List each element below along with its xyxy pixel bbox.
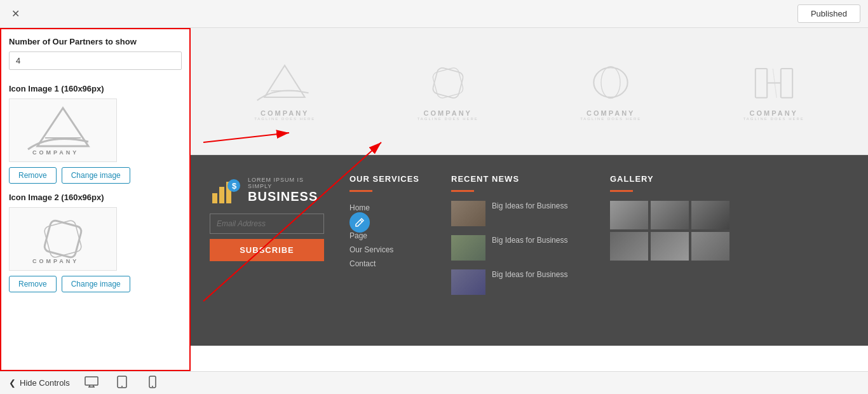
edit-icon-circle[interactable] bbox=[349, 212, 370, 233]
svg-rect-10 bbox=[431, 66, 464, 98]
bottom-bar: ❮ Hide Controls bbox=[0, 371, 868, 394]
partner1-name: COMPANY bbox=[261, 109, 309, 117]
news-item-3: Big Ideas for Business bbox=[451, 269, 591, 295]
svg-text:$: $ bbox=[232, 181, 237, 191]
chevron-left-icon: ❮ bbox=[9, 378, 16, 388]
news-item-1: Big Ideas for Business bbox=[451, 201, 591, 226]
svg-point-34 bbox=[152, 386, 153, 387]
close-button[interactable]: ✕ bbox=[8, 6, 23, 22]
icon1-remove-button[interactable]: Remove bbox=[9, 167, 57, 184]
tablet-device-button[interactable] bbox=[113, 374, 131, 392]
partner-logo-3: COMPANY TAGLINE DOES HERE bbox=[579, 62, 642, 121]
svg-point-32 bbox=[121, 386, 123, 387]
partner2-name: COMPANY bbox=[424, 109, 472, 117]
news-thumb-1 bbox=[451, 201, 485, 226]
gallery-cell-3[interactable] bbox=[691, 201, 729, 229]
footer-brand-col: $ LOREM IPSUM IS SIMPLY BUSINESS SUBSCRI… bbox=[210, 174, 337, 327]
desktop-icon bbox=[85, 376, 98, 388]
news-thumb-2 bbox=[451, 235, 485, 261]
partners-count-label: Number of Our Partners to show bbox=[9, 37, 182, 46]
gallery-cell-6[interactable] bbox=[691, 232, 729, 261]
service-contact[interactable]: Contact bbox=[349, 257, 426, 271]
partner1-svg bbox=[253, 62, 316, 107]
partner4-name: COMPANY bbox=[750, 109, 798, 117]
svg-rect-14 bbox=[756, 69, 767, 98]
subscribe-button[interactable]: SUBSCRIBE bbox=[210, 239, 324, 261]
svg-rect-15 bbox=[781, 69, 792, 98]
icon2-change-button[interactable]: Change image bbox=[62, 276, 130, 292]
icon1-change-button[interactable]: Change image bbox=[62, 167, 130, 184]
news-title-3[interactable]: Big Ideas for Business bbox=[492, 269, 567, 280]
news-title: RECENT NEWS bbox=[451, 174, 591, 184]
partner1-tagline: TAGLINE DOES HERE bbox=[254, 117, 315, 121]
partner2-svg bbox=[416, 62, 480, 107]
news-title-2[interactable]: Big Ideas for Business bbox=[492, 235, 567, 246]
gallery-cell-5[interactable] bbox=[651, 232, 689, 261]
partner4-svg bbox=[742, 62, 806, 107]
services-divider bbox=[349, 190, 372, 192]
partners-section: COMPANY TAGLINE DOES HERE COMPANY TAGLIN… bbox=[191, 28, 868, 155]
svg-rect-4 bbox=[43, 219, 82, 258]
svg-point-13 bbox=[601, 66, 620, 98]
brand-icon-svg: $ bbox=[210, 174, 241, 206]
left-panel: Number of Our Partners to show Icon Imag… bbox=[0, 28, 191, 371]
icon1-preview: COMPANY TAGLINE DOES HERE bbox=[9, 98, 117, 162]
brand-text: LOREM IPSUM IS SIMPLY BUSINESS bbox=[248, 177, 324, 204]
services-list: Home Blog Page Our Services Contact bbox=[349, 201, 426, 271]
partner3-svg bbox=[579, 62, 642, 107]
hide-controls-button[interactable]: ❮ Hide Controls bbox=[9, 378, 70, 388]
services-title: OUR SERVICES bbox=[349, 174, 426, 184]
news-item-2: Big Ideas for Business bbox=[451, 235, 591, 261]
mobile-icon bbox=[149, 376, 156, 388]
svg-rect-18 bbox=[212, 193, 217, 203]
tablet-icon bbox=[117, 376, 127, 388]
service-our-services[interactable]: Our Services bbox=[349, 243, 426, 257]
footer-news-col: RECENT NEWS Big Ideas for Business Big I… bbox=[438, 174, 604, 327]
mobile-device-button[interactable] bbox=[144, 374, 161, 392]
footer-services-col: OUR SERVICES Home Blog Page Our Services… bbox=[337, 174, 438, 327]
svg-rect-27 bbox=[85, 377, 98, 385]
gallery-cell-2[interactable] bbox=[651, 201, 689, 229]
gallery-title: Gallery bbox=[610, 174, 843, 184]
brand-business-text: BUSINESS bbox=[248, 189, 324, 204]
partner-logo-4: COMPANY TAGLINE DOES HERE bbox=[742, 62, 806, 121]
gallery-divider bbox=[610, 190, 633, 192]
svg-line-26 bbox=[360, 220, 362, 222]
partner2-tagline: TAGLINE DOES HERE bbox=[417, 117, 478, 121]
footer-section: $ LOREM IPSUM IS SIMPLY BUSINESS SUBSCRI… bbox=[191, 155, 868, 346]
desktop-device-button[interactable] bbox=[83, 374, 100, 392]
icon2-preview: COMPANY TAGLINE DOES HERE bbox=[9, 207, 117, 271]
gallery-grid bbox=[610, 201, 843, 261]
published-button[interactable]: Published bbox=[797, 4, 860, 23]
main-layout: Number of Our Partners to show Icon Imag… bbox=[0, 28, 868, 371]
partner3-tagline: TAGLINE DOES HERE bbox=[580, 117, 641, 121]
hide-controls-label: Hide Controls bbox=[20, 378, 70, 388]
logo1-svg: COMPANY TAGLINE DOES HERE bbox=[18, 105, 107, 156]
brand-logo-row: $ LOREM IPSUM IS SIMPLY BUSINESS bbox=[210, 174, 324, 206]
footer-gallery-col: Gallery bbox=[604, 174, 849, 327]
icon1-label: Icon Image 1 (160x96px) bbox=[9, 84, 182, 93]
svg-rect-11 bbox=[431, 66, 464, 98]
gallery-cell-1[interactable] bbox=[610, 201, 648, 229]
top-bar: ✕ Published bbox=[0, 0, 868, 28]
icon2-label: Icon Image 2 (160x96px) bbox=[9, 193, 182, 202]
svg-text:COMPANY: COMPANY bbox=[32, 149, 79, 156]
icon1-buttons: Remove Change image bbox=[9, 167, 182, 184]
gallery-cell-4[interactable] bbox=[610, 232, 648, 261]
logo2-svg: COMPANY TAGLINE DOES HERE bbox=[18, 214, 107, 264]
icon2-remove-button[interactable]: Remove bbox=[9, 276, 57, 292]
email-input[interactable] bbox=[210, 214, 324, 234]
news-divider bbox=[451, 190, 474, 192]
partner-logo-2: COMPANY TAGLINE DOES HERE bbox=[416, 62, 480, 121]
brand-ipsum-text: LOREM IPSUM IS SIMPLY bbox=[248, 177, 324, 189]
news-title-1[interactable]: Big Ideas for Business bbox=[492, 201, 567, 212]
pencil-icon bbox=[355, 217, 365, 228]
partners-count-input[interactable] bbox=[9, 51, 182, 70]
partner3-name: COMPANY bbox=[587, 109, 635, 117]
svg-text:COMPANY: COMPANY bbox=[32, 258, 79, 264]
partner4-tagline: TAGLINE DOES HERE bbox=[743, 117, 804, 121]
right-preview: COMPANY TAGLINE DOES HERE COMPANY TAGLIN… bbox=[191, 28, 868, 371]
svg-marker-8 bbox=[265, 65, 305, 97]
svg-rect-19 bbox=[219, 187, 224, 203]
icon2-buttons: Remove Change image bbox=[9, 276, 182, 292]
